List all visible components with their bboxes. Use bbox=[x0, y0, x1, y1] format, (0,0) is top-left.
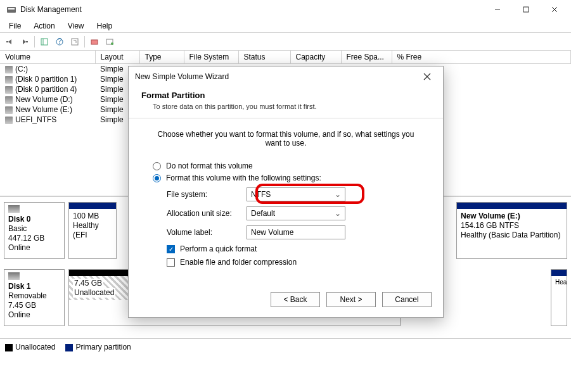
menu-file[interactable]: File bbox=[3, 20, 27, 32]
svg-rect-1 bbox=[8, 8, 15, 9]
col-fs[interactable]: File System bbox=[184, 51, 238, 64]
disk-label[interactable]: Disk 0Basic447.12 GBOnline bbox=[4, 202, 65, 259]
menu-bar: File Action View Help bbox=[0, 19, 571, 33]
menu-action[interactable]: Action bbox=[27, 20, 61, 32]
toolbar-tree-button[interactable] bbox=[37, 35, 51, 49]
wizard-intro: Choose whether you want to format this v… bbox=[153, 130, 419, 148]
volume-label-input[interactable]: New Volume bbox=[247, 225, 345, 239]
close-button[interactable] bbox=[540, 0, 568, 19]
column-headers[interactable]: Volume Layout Type File System Status Ca… bbox=[0, 51, 571, 64]
menu-view[interactable]: View bbox=[61, 20, 91, 32]
checkbox-checked-icon: ✓ bbox=[167, 245, 175, 253]
toolbar-view-button[interactable] bbox=[103, 35, 117, 49]
legend-primary: Primary partition bbox=[65, 343, 131, 351]
chevron-down-icon: ⌄ bbox=[335, 209, 341, 218]
back-button[interactable]: < Back bbox=[271, 292, 320, 307]
svg-text:?: ? bbox=[58, 37, 62, 46]
option-do-not-format[interactable]: Do not format this volume bbox=[153, 161, 419, 170]
svg-rect-6 bbox=[6, 41, 8, 42]
toolbar: ? bbox=[0, 33, 571, 51]
wizard-heading: Format Partition bbox=[141, 91, 430, 100]
chevron-down-icon: ⌄ bbox=[335, 190, 341, 199]
disk-label[interactable]: Disk 1Removable7.45 GBOnline bbox=[4, 269, 65, 326]
app-icon bbox=[6, 4, 16, 15]
nav-back-button[interactable] bbox=[3, 35, 16, 49]
next-button[interactable]: Next > bbox=[326, 292, 376, 307]
wizard-subheading: To store data on this partition, you mus… bbox=[141, 103, 430, 110]
maximize-button[interactable] bbox=[511, 0, 540, 19]
partition-box-trailing[interactable]: Hea bbox=[551, 269, 567, 326]
col-status[interactable]: Status bbox=[238, 51, 290, 64]
menu-help[interactable]: Help bbox=[91, 20, 119, 32]
partition-box[interactable]: 100 MBHealthy (EFI bbox=[68, 202, 117, 259]
wizard-close-button[interactable] bbox=[418, 67, 437, 86]
svg-rect-8 bbox=[41, 39, 48, 45]
allocation-unit-select[interactable]: Default ⌄ bbox=[247, 206, 345, 220]
col-free[interactable]: Free Spa... bbox=[341, 51, 392, 64]
toolbar-help-button[interactable]: ? bbox=[53, 35, 67, 49]
minimize-button[interactable] bbox=[483, 0, 511, 19]
file-system-label: File system: bbox=[167, 190, 247, 199]
toolbar-separator-2 bbox=[84, 36, 85, 47]
toolbar-refresh-button[interactable] bbox=[68, 35, 82, 49]
col-type[interactable]: Type bbox=[139, 51, 184, 64]
wizard-title-bar[interactable]: New Simple Volume Wizard bbox=[129, 66, 443, 87]
disk-icon bbox=[8, 272, 20, 280]
cancel-button[interactable]: Cancel bbox=[382, 292, 432, 307]
volume-icon bbox=[5, 86, 13, 94]
col-pctfree[interactable]: % Free bbox=[392, 51, 570, 64]
svg-rect-0 bbox=[7, 7, 16, 13]
checkbox-unchecked-icon bbox=[167, 258, 175, 267]
svg-point-15 bbox=[111, 42, 113, 45]
col-volume[interactable]: Volume bbox=[0, 51, 95, 64]
legend-unallocated: Unallocated bbox=[5, 343, 55, 351]
option-format-with-settings[interactable]: Format this volume with the following se… bbox=[153, 174, 419, 182]
svg-rect-13 bbox=[91, 40, 98, 44]
volume-icon bbox=[5, 117, 13, 124]
toolbar-separator bbox=[34, 36, 35, 47]
nav-forward-button[interactable] bbox=[18, 35, 32, 49]
new-simple-volume-wizard: New Simple Volume Wizard Format Partitio… bbox=[128, 66, 444, 318]
file-system-select[interactable]: NTFS ⌄ bbox=[247, 187, 345, 201]
disk-icon bbox=[8, 205, 20, 213]
svg-rect-3 bbox=[523, 7, 529, 12]
radio-checked-icon bbox=[153, 174, 161, 182]
col-layout[interactable]: Layout bbox=[95, 51, 139, 64]
title-bar: Disk Management bbox=[0, 0, 571, 19]
allocation-unit-label: Allocation unit size: bbox=[167, 209, 247, 218]
legend: Unallocated Primary partition bbox=[0, 339, 571, 355]
volume-icon bbox=[5, 106, 13, 114]
radio-unchecked-icon bbox=[153, 162, 161, 170]
volume-icon bbox=[5, 96, 13, 104]
svg-rect-12 bbox=[72, 39, 78, 45]
app-title: Disk Management bbox=[20, 5, 82, 14]
wizard-header: Format Partition To store data on this p… bbox=[129, 87, 443, 118]
volume-icon bbox=[5, 76, 13, 84]
svg-rect-7 bbox=[26, 41, 28, 42]
quick-format-checkbox[interactable]: ✓ Perform a quick format bbox=[167, 244, 419, 253]
compression-checkbox[interactable]: Enable file and folder compression bbox=[167, 258, 419, 267]
wizard-title: New Simple Volume Wizard bbox=[135, 72, 229, 81]
volume-label-label: Volume label: bbox=[167, 228, 247, 237]
partition-box[interactable]: New Volume (E:)154.16 GB NTFSHealthy (Ba… bbox=[456, 202, 567, 259]
volume-icon bbox=[5, 66, 13, 73]
toolbar-action-button[interactable] bbox=[87, 35, 101, 49]
col-capacity[interactable]: Capacity bbox=[290, 51, 341, 64]
